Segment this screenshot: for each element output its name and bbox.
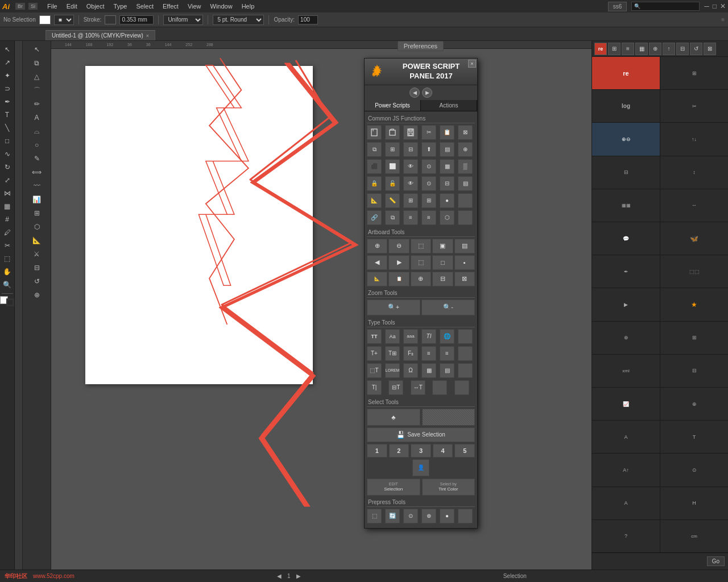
line-tool[interactable]: ╲ — [1, 122, 14, 134]
panel-close-btn[interactable]: × — [468, 60, 476, 68]
paste-btn[interactable]: 📋 — [440, 125, 454, 140]
panel-icon-7[interactable]: ⊟ — [676, 43, 689, 55]
group-btn[interactable]: ⊞ — [385, 142, 400, 157]
menu-view[interactable]: View — [184, 2, 205, 11]
type-omega-btn[interactable]: Ω — [403, 363, 418, 378]
artboard-label-btn[interactable]: 📐 — [367, 272, 387, 286]
type-add-col-btn[interactable]: T+ — [367, 346, 382, 361]
prev-page-btn[interactable]: ◀ — [277, 573, 282, 579]
type-table2-btn[interactable]: ▤ — [440, 363, 454, 378]
panel-icon-4[interactable]: ▦ — [635, 43, 648, 55]
eyedropper-tool[interactable]: 🖊 — [1, 226, 14, 239]
panel-re-icon[interactable]: re — [594, 43, 607, 55]
stock-btn[interactable]: Si — [28, 3, 38, 10]
bring-front-btn[interactable]: ⬜ — [385, 159, 400, 174]
measure-btn[interactable]: 📐 — [367, 193, 382, 208]
artboard-blank-btn[interactable]: ⊠ — [454, 272, 475, 286]
pen-tool[interactable]: ✒ — [1, 95, 14, 108]
type-blank3-btn[interactable] — [458, 363, 473, 378]
stroke-swatch[interactable] — [105, 15, 116, 24]
knife-tool[interactable]: ⚔ — [31, 248, 43, 260]
panel-icon-3[interactable]: ≡ — [622, 43, 634, 55]
stroke-type-select[interactable]: Uniform — [163, 15, 203, 25]
prev-artboard-btn[interactable]: ◀ — [367, 255, 387, 270]
workspace-selector[interactable]: ss6 — [608, 2, 627, 11]
transform2-btn[interactable]: ⊞ — [403, 193, 418, 208]
ellipse-tool[interactable]: ○ — [31, 139, 43, 151]
pencil-tool[interactable]: ✎ — [31, 152, 43, 165]
prepress-3[interactable]: ⊙ — [403, 509, 418, 523]
gradient-tool[interactable]: ▦ — [1, 200, 14, 213]
sel-num-5[interactable]: 5 — [454, 444, 475, 458]
panel-icon-9[interactable]: ⊠ — [704, 43, 716, 55]
type-tt-btn[interactable]: TT — [367, 329, 382, 344]
zoom-out-btn[interactable]: 🔍- — [421, 300, 475, 315]
document-tab[interactable]: Untitled-1 @ 100% (CMYK/Preview) × — [46, 30, 155, 40]
circle-btn[interactable]: ● — [440, 193, 454, 208]
scissors-tool[interactable]: ✂ — [1, 239, 14, 252]
sel-num-2[interactable]: 2 — [389, 444, 410, 458]
artboard-name-btn[interactable]: 📋 — [388, 272, 409, 286]
type-blank4-btn[interactable] — [432, 380, 447, 395]
toolbar-options-btn[interactable]: ≡ — [721, 16, 725, 23]
hide-btn[interactable]: 👁 — [403, 159, 418, 174]
copy-btn[interactable]: ⧉ — [385, 210, 400, 225]
type-blank5-btn[interactable] — [454, 380, 469, 395]
artboard-size-btn[interactable]: ⬚ — [411, 255, 431, 270]
reflect-tool[interactable]: ⟺ — [31, 166, 43, 178]
panel-icon-8[interactable]: ↺ — [690, 43, 702, 55]
measure-tool[interactable]: 📐 — [31, 234, 43, 247]
arc-tool[interactable]: ⌓ — [31, 125, 43, 138]
new-doc-btn[interactable] — [367, 125, 382, 140]
preview2-btn[interactable]: ⊙ — [421, 176, 436, 191]
zoom-tool-2[interactable]: ⊕ — [31, 289, 43, 301]
expand-btn[interactable]: ⊕ — [458, 142, 473, 157]
select-tool-2[interactable]: △ — [31, 70, 43, 83]
align-center-btn[interactable]: ≡ — [421, 210, 436, 225]
type-blank-btn[interactable] — [458, 329, 473, 344]
brush-tool[interactable]: ∿ — [1, 148, 14, 160]
menu-effect[interactable]: Effect — [159, 2, 183, 11]
save-doc-btn[interactable] — [403, 125, 418, 140]
type-size-btn[interactable]: F₂ — [403, 346, 418, 361]
type-col2-btn[interactable]: T⊞ — [385, 346, 400, 361]
user-btn[interactable]: 👤 — [412, 459, 429, 476]
save-selection-btn[interactable]: 💾 Save Selection — [367, 427, 475, 442]
move-to-layer-btn[interactable]: ⬆ — [421, 142, 436, 157]
nav-next-btn[interactable]: ▶ — [422, 88, 432, 98]
area-type-tool[interactable]: A — [31, 111, 43, 124]
menu-window[interactable]: Window — [206, 2, 237, 11]
minimize-btn[interactable]: ─ — [704, 2, 709, 10]
go-btn[interactable]: Go — [707, 556, 725, 566]
type-col4-btn[interactable]: ≡ — [440, 346, 454, 361]
prepress-4[interactable]: ⊕ — [421, 509, 436, 523]
blend-tool[interactable]: ⋈ — [1, 187, 14, 199]
magic-wand-tool[interactable]: ✦ — [1, 69, 14, 82]
artboard-tool[interactable]: ⬚ — [1, 252, 14, 265]
warp-tool[interactable]: 〰 — [31, 180, 43, 192]
grid2-btn[interactable]: ⊞ — [421, 193, 436, 208]
align-left-btn[interactable]: ≡ — [403, 210, 418, 225]
close-btn[interactable]: ✕ — [720, 2, 726, 10]
prepress-1[interactable]: ⬚ — [367, 509, 382, 523]
type-split2-btn[interactable]: ⊟T — [388, 380, 403, 395]
rect-tool[interactable]: □ — [1, 135, 14, 147]
paint-bucket-tool[interactable]: ⬡ — [31, 221, 43, 233]
unlock-btn[interactable]: 🔓 — [385, 176, 400, 191]
send-back-btn[interactable]: ⬛ — [367, 159, 382, 174]
lock2-btn[interactable]: 🔒 — [367, 176, 382, 191]
brush-select[interactable]: 5 pt. Round — [213, 15, 264, 25]
direct-select-tool[interactable]: ↗ — [1, 56, 14, 69]
add-artboard-btn[interactable]: ⊕ — [367, 239, 387, 253]
mesh-tool[interactable]: # — [1, 213, 14, 226]
fill-type-select[interactable]: ■ — [54, 15, 74, 25]
lasso-tool[interactable]: ⊃ — [1, 82, 14, 95]
panel-icon-2[interactable]: ⊞ — [608, 43, 621, 55]
menu-file[interactable]: File — [43, 2, 61, 11]
rotate-tool[interactable]: ↻ — [1, 161, 14, 173]
type-table-btn[interactable]: ▦ — [421, 363, 436, 378]
type-tool[interactable]: T — [1, 109, 14, 121]
bridge-btn[interactable]: Br — [15, 3, 25, 10]
menu-select[interactable]: Select — [132, 2, 158, 11]
remove-artboard-btn[interactable]: ⊖ — [388, 239, 409, 253]
